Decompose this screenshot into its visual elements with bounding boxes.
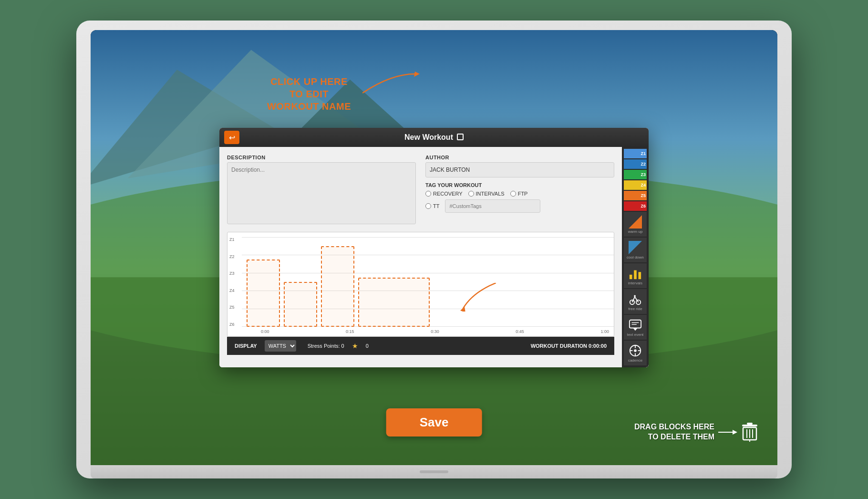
intervals-icon xyxy=(629,267,642,280)
svg-rect-26 xyxy=(747,423,753,425)
tag-recovery[interactable]: RECOVERY xyxy=(425,191,463,197)
graph-inner: Z6 Z5 Z4 Z3 Z2 Z1 xyxy=(227,232,614,336)
cooldown-icon xyxy=(629,241,642,254)
svg-rect-7 xyxy=(630,274,632,279)
warmup-label: warm up xyxy=(628,229,643,234)
bottom-bar: DISPLAY WATTS FTP% HR Stress Points: 0 ★… xyxy=(227,337,614,355)
delete-text: DRAG BLOCKS HERETO DELETE THEM xyxy=(634,422,714,442)
duration-label: WORKOUT DURATION 0:00:00 xyxy=(531,343,607,349)
stress-value: 0 xyxy=(341,343,344,349)
tool-cadence[interactable]: cadence xyxy=(624,341,647,365)
time-0: 0:00 xyxy=(261,329,269,334)
laptop-notch xyxy=(420,470,448,473)
tool-freeride[interactable]: free ride xyxy=(624,289,647,314)
svg-rect-13 xyxy=(630,320,641,328)
description-column: DESCRIPTION xyxy=(227,155,416,226)
star-value: 0 xyxy=(366,343,369,349)
graph-y-labels: Z6 Z5 Z4 Z3 Z2 Z1 xyxy=(227,232,242,336)
intervals-label: intervals xyxy=(628,281,642,285)
cadence-icon xyxy=(629,344,642,357)
description-input[interactable] xyxy=(227,162,416,224)
workout-blocks xyxy=(242,237,614,327)
right-sidebar: Z1 Z2 Z3 Z4 Z5 Z6 warm up xyxy=(622,147,649,367)
save-button-container: Save xyxy=(386,408,482,437)
freeride-icon xyxy=(629,292,642,306)
laptop-bottom xyxy=(91,465,777,478)
main-panel: DESCRIPTION AUTHOR TAG YOUR WORKOUT xyxy=(219,147,622,367)
screen-bezel: New Workout DESCRIPTION xyxy=(91,30,777,465)
textevent-icon xyxy=(629,318,642,332)
cadence-label: cadence xyxy=(628,358,642,363)
laptop-shell: New Workout DESCRIPTION xyxy=(76,21,792,478)
freeride-label: free ride xyxy=(628,307,642,311)
window-title: New Workout xyxy=(404,133,453,142)
time-axis: 0:00 0:15 0:30 0:45 1:00 xyxy=(256,327,614,336)
zone-z1[interactable]: Z1 xyxy=(624,149,647,158)
svg-marker-5 xyxy=(629,215,642,229)
zone-z2[interactable]: Z2 xyxy=(624,159,647,169)
tag-ftp[interactable]: FTP xyxy=(510,191,528,197)
svg-marker-6 xyxy=(629,241,642,254)
tags-row-1: RECOVERY INTERVALS FTP xyxy=(425,191,614,197)
time-15: 0:15 xyxy=(346,329,354,334)
textevent-label: text event xyxy=(627,333,644,337)
tag-intervals[interactable]: INTERVALS xyxy=(468,191,505,197)
display-label: DISPLAY xyxy=(235,343,257,349)
zone-z4[interactable]: Z4 xyxy=(624,180,647,190)
warmup-icon xyxy=(629,215,642,229)
app-window: New Workout DESCRIPTION xyxy=(219,128,649,367)
author-input[interactable] xyxy=(425,162,614,177)
workout-block-2[interactable] xyxy=(284,282,317,327)
cooldown-label: cool down xyxy=(627,255,644,260)
author-column: AUTHOR TAG YOUR WORKOUT RECOVERY INTER xyxy=(425,155,614,226)
custom-tags-input[interactable] xyxy=(445,199,540,213)
svg-rect-9 xyxy=(639,272,641,279)
title-edit-icon[interactable] xyxy=(457,134,464,140)
workout-block-3[interactable] xyxy=(321,246,354,327)
tool-textevent[interactable]: text event xyxy=(624,315,647,340)
stress-points-label: Stress Points: 0 xyxy=(308,343,344,349)
graph-area[interactable]: 0:00 0:15 0:30 0:45 1:00 xyxy=(242,232,614,336)
window-title-container: New Workout xyxy=(404,133,464,142)
workout-block-4[interactable] xyxy=(358,278,430,327)
time-30: 0:30 xyxy=(431,329,439,334)
zone-z3[interactable]: Z3 xyxy=(624,170,647,179)
display-select[interactable]: WATTS FTP% HR xyxy=(265,340,296,352)
description-label: DESCRIPTION xyxy=(227,155,416,160)
trash-icon[interactable] xyxy=(741,423,758,442)
zone-z6[interactable]: Z6 xyxy=(624,201,647,211)
time-45: 0:45 xyxy=(516,329,524,334)
tool-intervals[interactable]: intervals xyxy=(624,263,647,288)
tags-label: TAG YOUR WORKOUT xyxy=(425,182,614,188)
svg-rect-8 xyxy=(634,270,637,279)
tags-section: TAG YOUR WORKOUT RECOVERY INTERVALS xyxy=(425,182,614,213)
svg-point-12 xyxy=(634,295,636,297)
content-area: DESCRIPTION AUTHOR TAG YOUR WORKOUT xyxy=(219,147,649,367)
zone-z5[interactable]: Z5 xyxy=(624,191,647,200)
svg-point-17 xyxy=(634,349,637,352)
tool-warmup[interactable]: warm up xyxy=(624,212,647,237)
form-row: DESCRIPTION AUTHOR TAG YOUR WORKOUT xyxy=(227,155,614,226)
tags-row-2: TT xyxy=(425,199,614,213)
time-60: 1:00 xyxy=(600,329,609,334)
title-bar: New Workout xyxy=(219,128,649,147)
star-icon: ★ xyxy=(352,342,358,350)
svg-marker-24 xyxy=(733,430,737,435)
svg-rect-25 xyxy=(742,425,757,426)
workout-block-1[interactable] xyxy=(247,260,280,327)
graph-container: Z6 Z5 Z4 Z3 Z2 Z1 xyxy=(227,232,614,337)
back-button[interactable] xyxy=(224,131,239,144)
duration-value: 0:00:00 xyxy=(589,343,607,349)
tag-tt[interactable]: TT xyxy=(425,203,439,209)
tool-cooldown[interactable]: cool down xyxy=(624,238,647,262)
author-label: AUTHOR xyxy=(425,155,614,160)
delete-annotation: DRAG BLOCKS HERETO DELETE THEM xyxy=(634,422,758,442)
save-button[interactable]: Save xyxy=(386,408,482,437)
